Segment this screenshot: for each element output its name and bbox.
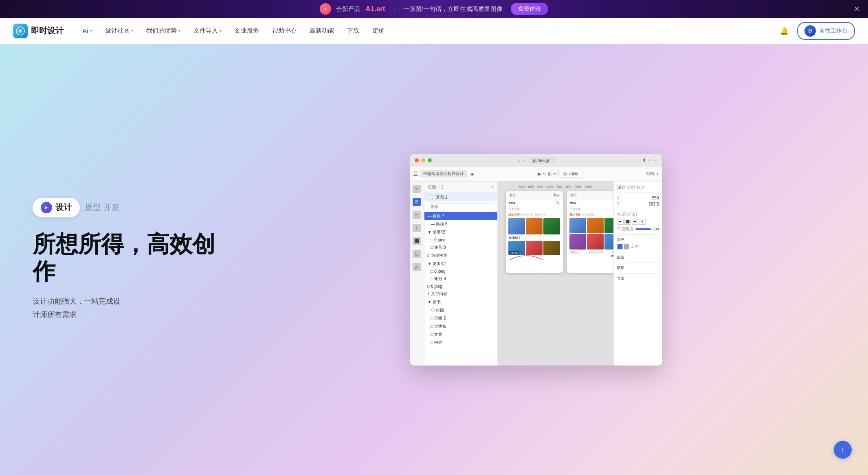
zoom-plus[interactable]: + (656, 171, 659, 176)
cursor-tool[interactable]: ↖ (543, 171, 546, 177)
exit-edit-button[interactable]: 退出编辑 (558, 170, 582, 178)
filename-display: jk.design (528, 157, 555, 164)
nav-items: Ai ▾ 设计社区 ▾ 我们的优势 ▾ 文件导入 ▾ 企业服务 帮助中心 最新功… (77, 24, 778, 37)
nav-back-icon[interactable]: ‹ (519, 158, 520, 163)
layer-rect8b[interactable]: □ 矩形 8 (424, 275, 497, 283)
nav-logo[interactable]: 即时设计 (13, 24, 64, 38)
shelf-book-6 (604, 234, 613, 250)
hero-section: ▶ 设计 原型 开发 所想所得，高效创作 设计功能强大，一站完成设 计师所有需求… (0, 44, 868, 475)
tab-design[interactable]: 设计 (617, 185, 625, 190)
my-shelf-section: 我的书架 书店商场 (567, 212, 613, 255)
nav-item-new-features[interactable]: 最新功能 (304, 24, 340, 37)
component-icon[interactable]: ◈ (470, 171, 474, 177)
shelf-book-2 (587, 218, 604, 233)
tool-pen[interactable]: ✏ (413, 211, 421, 219)
banner-logo-icon: ♦ (320, 3, 331, 15)
prop-opacity: 不透明度 100 (617, 226, 659, 232)
banner-close-button[interactable]: ✕ (854, 4, 860, 13)
layer-cover[interactable]: ◇ 封面 (424, 306, 497, 314)
window-maximize-dot (428, 158, 432, 162)
fill-label: 填充 (617, 237, 659, 243)
fill-color-1[interactable] (617, 244, 623, 250)
page-item[interactable]: 📄 页面 1 (424, 193, 497, 201)
nav-item-help[interactable]: 帮助中心 (266, 24, 302, 37)
fill-color-2[interactable] (624, 244, 629, 250)
layer-group-layer[interactable]: ▼ 复页/层 (424, 260, 497, 268)
layer-text[interactable]: T 文字内容 (424, 290, 497, 298)
chevron-down-icon: ▾ (90, 28, 92, 33)
tool-cursor[interactable]: ↖ (413, 185, 421, 193)
layer-group-page[interactable]: ▼ 复页/页 (424, 228, 497, 236)
export-label: 导出 (617, 276, 659, 281)
layer-bookmark[interactable]: □ 书签 (424, 339, 497, 347)
user-avatar: D (804, 25, 816, 37)
curve-decoration (510, 252, 543, 265)
scroll-to-top-button[interactable]: ↑ (834, 441, 852, 459)
align-center-btn[interactable]: ⬛ (624, 219, 631, 225)
navbar: 即时设计 Ai ▾ 设计社区 ▾ 我们的优势 ▾ 文件导入 ▾ 企业服务 帮助中… (0, 18, 868, 44)
banner-cta-button[interactable]: 免费体验 (511, 3, 548, 15)
nav-item-pricing[interactable]: 定价 (367, 24, 390, 37)
layer-jpeg3[interactable]: □ 6.jpeg (424, 283, 497, 290)
titlebar-actions: ⬆ + ··· (642, 158, 657, 163)
layer-path6[interactable]: — 路径 6 (424, 220, 497, 228)
layer-jpeg1[interactable]: □ 0.jpeg (424, 236, 497, 243)
prop-fill-section: 填充 居中 1 (617, 234, 659, 250)
nav-item-advantages[interactable]: 我们的优势 ▾ (141, 24, 186, 37)
svg-point-2 (20, 30, 21, 32)
tool-frame[interactable]: ⊞ (413, 198, 421, 206)
opacity-fill (635, 228, 651, 230)
banner-product-label: 全新产品 (336, 5, 360, 13)
layer-recommend[interactable]: □ 为你推荐 (424, 252, 497, 260)
layer-rect8[interactable]: □ 矩形 8 (424, 243, 497, 252)
properties-panel: 设计 原型 标注 X 559 Y 603.5 外 (613, 182, 662, 366)
shadow-label: 阴影 (617, 265, 659, 271)
align-top-btn[interactable]: ⬆ (639, 219, 646, 225)
tool-image[interactable]: ⬛ (413, 237, 421, 245)
shelf-book-5 (587, 234, 604, 250)
app-toolbar: ☰ 书籍阅读类小程序设计 ◈ ▶ ↖ ⊞ ✂ 退出编辑 69% + (410, 167, 662, 182)
tab-prototype[interactable]: 原型 (627, 185, 635, 190)
align-left-btn[interactable]: ⬅ (617, 219, 624, 225)
nav-item-download[interactable]: 下载 (341, 24, 365, 37)
window-minimize-dot (421, 158, 425, 162)
prop-y-row: Y 603.5 (617, 202, 659, 206)
tool-text[interactable]: T (413, 224, 421, 232)
frame-tool[interactable]: ⊞ (548, 171, 552, 177)
nav-item-import[interactable]: 文件导入 ▾ (188, 24, 227, 37)
file-name-tab[interactable]: 书籍阅读类小程序设计 (420, 170, 467, 177)
chevron-down-icon: ▾ (220, 28, 222, 33)
fill-swatches: 居中 1 (617, 244, 659, 250)
share-icon[interactable]: ⬆ (642, 158, 646, 163)
layer-group2[interactable]: □ 分组 2 (424, 314, 497, 322)
layer-jpeg2[interactable]: □ 0.jpeg (424, 268, 497, 275)
opacity-slider[interactable] (635, 228, 652, 230)
menu-icon[interactable]: ☰ (413, 171, 418, 177)
toolbar-center: ▶ ↖ ⊞ ✂ 退出编辑 (475, 170, 645, 178)
nav-item-enterprise[interactable]: 企业服务 (229, 24, 265, 37)
window-close-dot (415, 158, 419, 162)
layer-copy[interactable]: □ 文案 (424, 331, 497, 339)
nav-forward-icon[interactable]: › (523, 158, 525, 163)
prop-stroke-section: 描边 (617, 252, 659, 260)
align-right-btn[interactable]: ➡ (632, 219, 638, 225)
add-page-icon[interactable]: + (491, 184, 494, 189)
nav-item-community[interactable]: 设计社区 ▾ (99, 24, 139, 37)
cut-tool[interactable]: ✂ (553, 171, 557, 177)
notification-bell-icon[interactable]: 🔔 (778, 24, 791, 37)
hero-right: ‹ › jk.design ⬆ + ··· ☰ 书籍阅读类小程序设计 ◈ ▶ ↖ (236, 154, 835, 366)
layer-transition[interactable]: □ 过渡条 (424, 322, 497, 331)
tool-shapes[interactable]: ◻ (413, 250, 421, 258)
tab-annotate[interactable]: 标注 (637, 185, 645, 190)
goto-workspace-button[interactable]: D 前往工作台 (797, 22, 855, 40)
more-icon[interactable]: ··· (653, 158, 657, 163)
tool-pencil[interactable]: 🖊 (413, 263, 421, 271)
nav-item-ai[interactable]: Ai ▾ (77, 25, 98, 37)
search-input[interactable] (428, 203, 494, 210)
shelf-subtitle: 书房书架 (567, 206, 613, 212)
book-cover-3 (543, 218, 560, 234)
run-icon[interactable]: ▶ (538, 171, 541, 177)
plus-icon[interactable]: + (648, 158, 651, 163)
layer-path7[interactable]: — 路径 7 (424, 212, 497, 220)
layer-new-book[interactable]: ▼ 新书 (424, 298, 497, 306)
